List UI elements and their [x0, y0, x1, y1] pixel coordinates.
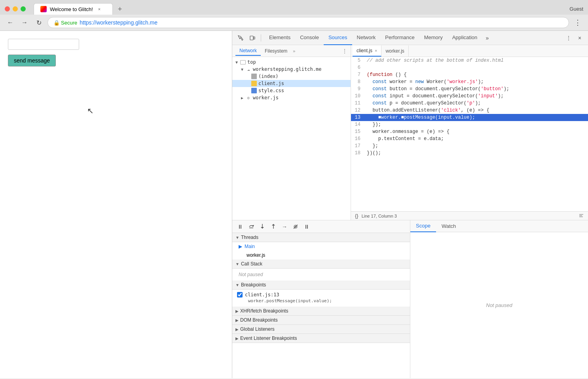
- tab-network[interactable]: Network: [352, 31, 381, 45]
- source-filesystem-tab[interactable]: Filesystem: [261, 47, 291, 55]
- scope-tab[interactable]: Scope: [410, 220, 436, 232]
- deactivate-breakpoints-button[interactable]: [291, 222, 300, 231]
- back-button[interactable]: ←: [5, 17, 16, 28]
- pause-button[interactable]: ⏸: [235, 222, 245, 231]
- devtools-panel: Elements Console Sources Network Perform…: [232, 31, 588, 378]
- breakpoint-checkbox[interactable]: [237, 292, 243, 298]
- svg-rect-1: [254, 37, 255, 39]
- close-window-button[interactable]: [5, 6, 10, 11]
- thread-main[interactable]: ▶ Main: [232, 242, 410, 251]
- threads-section-header[interactable]: ▼ Threads: [232, 233, 410, 242]
- global-listeners-label: Global Listeners: [240, 326, 275, 332]
- browser-chrome: Welcome to Glitch! × + Guest ← → ↻ 🔒 Sec…: [0, 0, 588, 31]
- cloud-icon: ☁: [246, 66, 251, 72]
- url-text: https://workerstepping.glitch.me: [80, 19, 157, 26]
- folder-icon: [240, 60, 246, 64]
- breakpoint-file-label: client.js:13: [245, 292, 279, 298]
- browser-tab[interactable]: Welcome to Glitch! ×: [34, 3, 113, 15]
- guest-label: Guest: [569, 6, 583, 12]
- format-button[interactable]: [579, 213, 584, 219]
- tree-item-clientjs[interactable]: client.js: [232, 80, 351, 87]
- tab-performance[interactable]: Performance: [380, 31, 419, 45]
- secure-badge: 🔒 Secure: [53, 20, 77, 26]
- address-bar[interactable]: 🔒 Secure https://workerstepping.glitch.m…: [47, 17, 569, 28]
- tab-close-button[interactable]: ×: [96, 6, 102, 12]
- tree-item-stylecss[interactable]: style.css: [232, 87, 351, 94]
- tab-application[interactable]: Application: [448, 31, 482, 45]
- tree-item-domain[interactable]: ▼ ☁ workerstepping.glitch.me: [232, 66, 351, 73]
- devtools-settings-button[interactable]: ⋮: [563, 33, 574, 43]
- editor-tab-clientjs-close[interactable]: ×: [375, 48, 377, 53]
- breakpoints-section-header[interactable]: ▼ Breakpoints: [232, 280, 410, 290]
- status-position: Line 17, Column 3: [362, 214, 397, 218]
- line-content-11: const p = document.querySelector('p');: [365, 100, 588, 107]
- device-toolbar-button[interactable]: [247, 33, 258, 43]
- minimize-window-button[interactable]: [13, 6, 18, 11]
- step-button[interactable]: →: [280, 222, 289, 231]
- step-into-button[interactable]: [258, 222, 267, 231]
- code-line-6: 6: [351, 64, 588, 71]
- send-message-button[interactable]: send message: [8, 55, 56, 66]
- watch-tab[interactable]: Watch: [436, 220, 461, 232]
- dom-breakpoints-header[interactable]: ▶ DOM Breakpoints: [232, 316, 410, 325]
- dom-breakpoints-label: DOM Breakpoints: [240, 317, 278, 323]
- close-devtools-button[interactable]: ×: [575, 33, 585, 43]
- traffic-lights: [5, 6, 26, 11]
- source-network-tab[interactable]: Network: [235, 46, 261, 56]
- thread-workerjs[interactable]: worker.js: [232, 251, 410, 260]
- tab-memory[interactable]: Memory: [419, 31, 448, 45]
- tree-item-workerjs[interactable]: ▶ ⚙ worker.js: [232, 94, 351, 101]
- forward-button[interactable]: →: [19, 17, 30, 28]
- debug-panel: ⏸ → ⏸: [232, 220, 588, 378]
- reload-button[interactable]: ↻: [33, 17, 44, 28]
- tab-console[interactable]: Console: [295, 31, 324, 45]
- callstack-section-header[interactable]: ▼ Call Stack: [232, 260, 410, 269]
- sources-tabs: Network Filesystem » ⋮: [232, 45, 351, 57]
- devtools-tabs: Elements Console Sources Network Perform…: [264, 31, 562, 45]
- line-num-10: 10: [351, 93, 365, 100]
- editor-tab-workerjs[interactable]: worker.js: [381, 45, 408, 57]
- line-num-15: 15: [351, 128, 365, 135]
- global-listeners-header[interactable]: ▶ Global Listeners: [232, 325, 410, 334]
- tab-sources[interactable]: Sources: [324, 31, 352, 45]
- line-content-6: [365, 64, 588, 71]
- xhr-breakpoints-header[interactable]: ▶ XHR/fetch Breakpoints: [232, 307, 410, 316]
- browser-menu-button[interactable]: ⋮: [572, 17, 583, 28]
- step-out-button[interactable]: [269, 222, 278, 231]
- line-num-12: 12: [351, 107, 365, 114]
- code-view[interactable]: 5 // add other scripts at the bottom of …: [351, 57, 588, 211]
- code-line-17: 17 };: [351, 142, 588, 150]
- page-main: send message ↖: [0, 31, 232, 378]
- inspect-element-button[interactable]: [235, 33, 246, 43]
- breakpoint-item-clientjs13: client.js:13 worker.postMessage(input.va…: [232, 290, 410, 307]
- code-line-11: 11 const p = document.querySelector('p')…: [351, 100, 588, 107]
- maximize-window-button[interactable]: [21, 6, 26, 11]
- source-more-tabs[interactable]: »: [293, 49, 295, 53]
- step-over-button[interactable]: [247, 222, 256, 231]
- debug-left-panel: ⏸ → ⏸: [232, 220, 410, 378]
- event-listener-breakpoints-header[interactable]: ▶ Event Listener Breakpoints: [232, 334, 410, 343]
- more-tabs-button[interactable]: »: [482, 33, 492, 43]
- cursor-icon: ↖: [87, 106, 94, 116]
- line-num-5: 5: [351, 57, 365, 64]
- source-tab-menu[interactable]: ⋮: [342, 48, 347, 54]
- line-content-13: ■worker.■postMessage(input.value);: [365, 114, 588, 121]
- breakpoints-arrow: ▼: [235, 283, 239, 287]
- file-tree: ▼ top ▼ ☁ workerstepping.glitch.me: [232, 57, 351, 220]
- pause-on-exceptions-button[interactable]: ⏸: [302, 222, 311, 231]
- line-num-18: 18: [351, 150, 365, 157]
- message-input[interactable]: [8, 39, 79, 50]
- callstack-not-paused: Not paused: [232, 269, 410, 280]
- file-icon-clientjs: [251, 81, 257, 86]
- code-line-10: 10 const input = document.querySelector(…: [351, 93, 588, 100]
- breakpoints-label: Breakpoints: [241, 282, 266, 288]
- new-tab-button[interactable]: +: [114, 4, 125, 15]
- line-content-10: const input = document.querySelector('in…: [365, 93, 588, 100]
- tree-item-index[interactable]: (index): [232, 73, 351, 80]
- tree-item-top[interactable]: ▼ top: [232, 59, 351, 66]
- line-num-7: 7: [351, 71, 365, 78]
- code-line-16: 16 p.textContent = e.data;: [351, 135, 588, 142]
- tab-elements[interactable]: Elements: [264, 31, 295, 45]
- editor-tab-clientjs[interactable]: client.js ×: [353, 45, 381, 57]
- scope-tabs: Scope Watch: [410, 220, 588, 232]
